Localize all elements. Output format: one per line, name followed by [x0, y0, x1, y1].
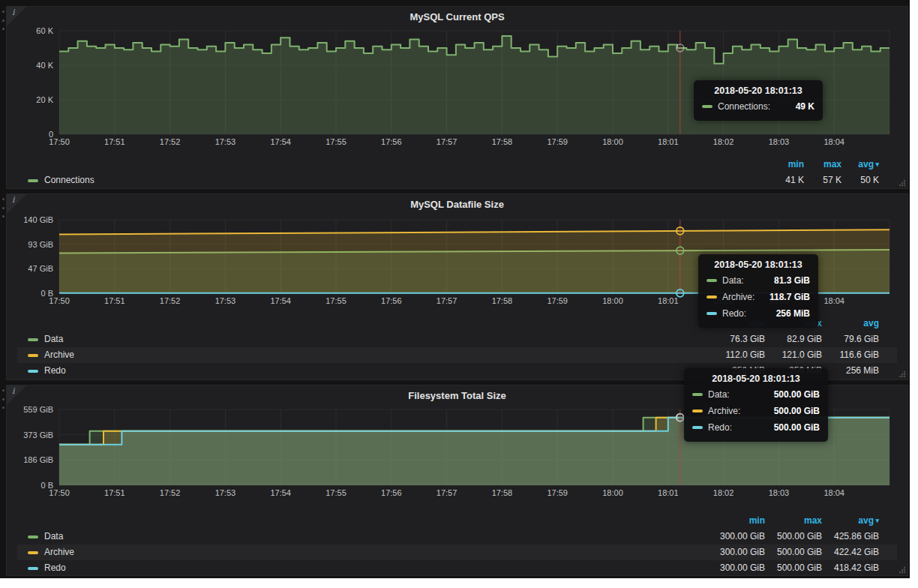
- stat-max-value: 82.9 GiB: [765, 332, 822, 347]
- tooltip-series-row: Archive:500.00 GiB: [692, 403, 820, 419]
- x-axis-tick: 17:57: [436, 296, 458, 305]
- x-axis-tick: 17:52: [160, 137, 181, 146]
- stats-header-max[interactable]: max: [765, 513, 822, 529]
- x-axis-tick: 18:04: [824, 296, 844, 305]
- tooltip-timestamp: 2018-05-20 18:01:13: [692, 374, 820, 384]
- stat-max-value: 57 K: [804, 172, 842, 188]
- stats-header-max[interactable]: max: [804, 157, 842, 172]
- x-axis-tick: 18:04: [824, 137, 844, 146]
- series-color-dash-icon: [28, 567, 38, 570]
- legend-block: minmaxavg ▾Data300.00 GiB500.00 GiB425.8…: [7, 513, 908, 576]
- series-color-dash-icon: [706, 312, 717, 315]
- x-axis-tick: 17:56: [381, 296, 402, 305]
- legend-block: minmaxavg ▾Connections41 K57 K50 K: [7, 157, 908, 188]
- legend-series-archive[interactable]: Archive: [28, 544, 74, 560]
- tooltip-series-label: Data:: [708, 389, 730, 400]
- tooltip-series-label: Redo:: [708, 422, 732, 433]
- stats-header-min[interactable]: min: [708, 513, 765, 529]
- legend-series-archive[interactable]: Archive: [28, 347, 74, 363]
- series-color-dash-icon: [28, 551, 38, 554]
- panel-resize-grip[interactable]: [897, 178, 906, 187]
- stat-avg-value: 116.6 GiB: [822, 347, 879, 363]
- tooltip-series-value: 118.7 GiB: [756, 292, 810, 302]
- x-axis-tick: 17:58: [492, 296, 513, 305]
- stat-min-value: 76.3 GiB: [708, 332, 765, 347]
- x-axis-tick: 17:55: [326, 488, 346, 497]
- x-axis-tick: 17:58: [492, 488, 513, 497]
- panel-resize-grip[interactable]: [897, 565, 906, 574]
- tooltip-series-label: Archive:: [708, 406, 740, 416]
- stat-max-value: 500.00 GiB: [765, 529, 822, 544]
- series-color-dash-icon: [706, 296, 717, 298]
- legend-series-redo[interactable]: Redo: [28, 363, 66, 379]
- legend-series-label: Data: [44, 529, 63, 544]
- legend-series-label: Redo: [44, 363, 66, 379]
- tooltip-datafile: 2018-05-20 18:01:13 Data:81.3 GiBArchive…: [698, 254, 818, 328]
- series-color-dash-icon: [28, 338, 38, 341]
- legend-row-data: Data76.3 GiB82.9 GiB79.6 GiB: [17, 332, 897, 347]
- stat-avg-value: 256 MiB: [822, 363, 879, 379]
- legend-row-data: Data300.00 GiB500.00 GiB425.86 GiB: [17, 529, 897, 544]
- stat-avg-value: 425.86 GiB: [822, 529, 879, 544]
- tooltip-series-row: Data:81.3 GiB: [706, 272, 810, 289]
- x-axis-tick: 17:54: [270, 296, 291, 305]
- stats-header-avg[interactable]: avg ▾: [842, 157, 879, 172]
- legend-series-data[interactable]: Data: [28, 332, 63, 347]
- stat-max-value: 500.00 GiB: [765, 560, 822, 576]
- x-axis-tick: 17:57: [436, 137, 458, 146]
- y-axis-tick: 373 GiB: [23, 430, 53, 440]
- x-axis-tick: 17:54: [270, 488, 291, 497]
- panel-title[interactable]: MySQL Current QPS: [7, 11, 908, 22]
- stat-max-value: 500.00 GiB: [765, 544, 822, 560]
- legend-series-redo[interactable]: Redo: [28, 560, 66, 576]
- stat-min-value: 41 K: [766, 172, 804, 188]
- x-axis-tick: 17:53: [215, 296, 236, 305]
- y-axis-tick: 20 K: [36, 95, 53, 104]
- tooltip-series-value: 500.00 GiB: [760, 422, 820, 433]
- stats-header-min[interactable]: min: [766, 157, 804, 172]
- panel-title[interactable]: MySQL Datafile Size: [7, 199, 908, 210]
- series-color-dash-icon: [692, 393, 703, 396]
- tooltip-series-label: Data:: [722, 275, 744, 286]
- x-axis-tick: 18:02: [713, 137, 734, 146]
- legend-series-connections[interactable]: Connections: [28, 172, 94, 188]
- stat-min-value: 300.00 GiB: [708, 544, 765, 560]
- row-drag-handle[interactable]: [1, 9, 5, 32]
- x-axis-tick: 18:03: [769, 488, 790, 497]
- series-color-dash-icon: [28, 179, 38, 182]
- row-drag-handle[interactable]: [1, 388, 5, 410]
- y-axis-tick: 140 GiB: [23, 215, 53, 224]
- legend-row-redo: Redo300.00 GiB500.00 GiB418.42 GiB: [17, 560, 897, 576]
- tooltip-series-row: Archive:118.7 GiB: [706, 289, 810, 305]
- x-axis-tick: 17:56: [381, 137, 402, 146]
- x-axis-tick: 17:50: [49, 137, 70, 146]
- x-axis-tick: 18:02: [713, 488, 734, 497]
- x-axis-tick: 18:03: [769, 137, 790, 146]
- x-axis-tick: 17:56: [381, 488, 402, 497]
- row-drag-handle[interactable]: [1, 196, 5, 219]
- stat-avg-value: 79.6 GiB: [822, 332, 879, 347]
- stats-header-avg[interactable]: avg ▾: [822, 513, 879, 529]
- legend-series-label: Connections: [44, 172, 94, 188]
- x-axis-tick: 18:00: [602, 137, 623, 146]
- info-icon[interactable]: i: [12, 8, 15, 17]
- stats-header-avg[interactable]: avg: [822, 316, 879, 332]
- legend-row-archive: Archive300.00 GiB500.00 GiB422.42 GiB: [17, 544, 897, 560]
- series-color-dash-icon: [28, 370, 38, 373]
- y-axis-tick: 186 GiB: [23, 455, 53, 464]
- tooltip-series-row: Connections:49 K: [702, 98, 814, 115]
- y-axis-tick: 40 K: [36, 61, 53, 70]
- panel-resize-grip[interactable]: [897, 369, 906, 378]
- legend-stats-header: minmaxavg ▾: [17, 513, 897, 529]
- y-axis-tick: 559 GiB: [23, 405, 53, 414]
- x-axis-tick: 17:50: [49, 488, 70, 497]
- legend-row-connections: Connections41 K57 K50 K: [17, 172, 897, 188]
- stat-avg-value: 422.42 GiB: [822, 544, 879, 560]
- tooltip-series-label: Redo:: [722, 308, 746, 319]
- tooltip-filesystem: 2018-05-20 18:01:13 Data:500.00 GiBArchi…: [684, 368, 828, 442]
- legend-series-label: Redo: [44, 560, 66, 576]
- legend-series-data[interactable]: Data: [28, 529, 63, 544]
- x-axis-tick: 18:01: [658, 488, 679, 497]
- info-icon[interactable]: i: [12, 195, 15, 205]
- info-icon[interactable]: i: [12, 386, 15, 396]
